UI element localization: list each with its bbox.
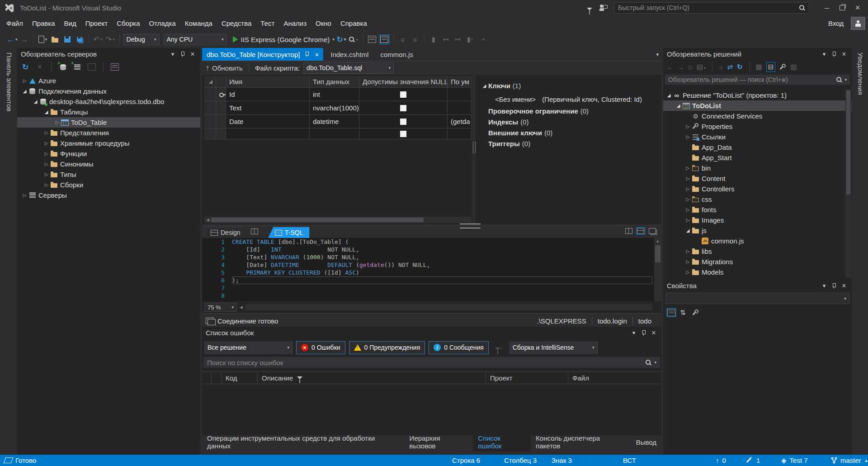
menu-item-11[interactable]: Справка [336,19,372,27]
solution-tree-item-8[interactable]: ▷Content [663,173,852,184]
server-tree-item-7[interactable]: ▷Функции [17,148,200,159]
tool-tab-0[interactable]: Операции инструментальных средств для об… [202,433,405,452]
solution-tree-item-6[interactable]: App_Start [663,152,852,163]
expanded-arrow-icon[interactable]: ◢ [32,99,39,104]
collapsed-arrow-icon[interactable]: ▷ [42,141,50,146]
context-pane-item-0[interactable]: ◢Ключи(1) [481,82,521,90]
collapsed-arrow-icon[interactable]: ▷ [42,182,50,187]
collapsed-arrow-icon[interactable]: ▷ [684,197,692,202]
expanded-arrow-icon[interactable]: ◢ [481,83,488,88]
expanded-arrow-icon[interactable]: ◢ [665,93,673,98]
grid-name-header[interactable]: Имя [226,76,310,88]
platform-combo[interactable]: Any CPU▾ [164,34,227,45]
update-button[interactable]: ↑Обновить [206,62,243,74]
solution-tree-item-13[interactable]: ◢js [663,225,852,236]
code-line-2[interactable]: 2 [Id] INT NOT NULL, [202,246,661,253]
show-all-files-icon[interactable]: ▦ [756,63,762,71]
find-in-files-icon[interactable]: ₌ [348,33,359,45]
script-file-combo[interactable]: dbo.ToDo_Table.sql▾ [303,62,394,74]
nav-back-icon[interactable]: ← [666,63,673,71]
collapsed-arrow-icon[interactable]: ▷ [684,218,692,223]
solution-tree-item-17[interactable]: ▷Models [663,267,852,277]
error-col-project[interactable]: Проект [486,372,568,384]
search-icon[interactable] [645,359,651,366]
refresh-icon[interactable]: ↻ [20,61,31,73]
window-options-icon[interactable]: ▾ [169,50,177,58]
grid-select-all-cell[interactable] [204,76,216,88]
window-options-icon[interactable]: ▾ [820,50,828,58]
redo-button[interactable]: ↷▾ [105,33,116,45]
grid-type-cell[interactable]: datetime [310,115,359,128]
context-pane-item-3[interactable]: Индексы(0) [481,118,529,126]
collapsed-arrow-icon[interactable]: ▷ [684,270,692,275]
solution-tree-item-11[interactable]: ▷fonts [663,204,852,215]
navigate-forward-button[interactable]: → [19,33,30,45]
properties-object-combo[interactable]: ▾ [665,293,849,304]
close-icon[interactable]: × [840,50,848,58]
allow-nulls-checkbox[interactable] [400,105,406,111]
grid-name-cell[interactable]: Date [226,115,310,128]
close-icon[interactable]: × [650,329,658,337]
tool-tab-2[interactable]: Список ошибок [473,433,531,452]
grid-null-cell[interactable] [359,128,448,139]
feedback-filter-icon[interactable] [587,4,593,12]
menu-item-7[interactable]: Средства [217,19,256,27]
decrease-indent-icon[interactable]: ≡ [397,33,408,45]
toolbar-overflow-icon[interactable]: ₌▾ [477,33,488,45]
solution-scrollbar[interactable] [845,90,851,278]
menu-item-0[interactable]: Файл [2,19,28,27]
toolbox-side-tab[interactable]: Панель элементов [0,48,17,455]
switch-views-icon[interactable]: ▤▾ [697,63,706,71]
code-line-6[interactable]: 6); [202,276,661,284]
collapsed-arrow-icon[interactable]: ▷ [684,186,692,191]
increase-indent-icon[interactable]: ≡ [410,33,420,45]
collapsed-arrow-icon[interactable]: ▷ [684,249,692,254]
menu-item-2[interactable]: Вид [60,19,81,27]
split-vertical-icon[interactable] [625,228,632,234]
document-list-icon[interactable]: ▾ [656,52,659,57]
grid-name-cell[interactable]: Id [226,88,310,101]
code-line-8[interactable]: 8 [202,292,661,300]
solution-tree-item-4[interactable]: ▷Ссылки [663,132,852,142]
solution-tree-item-15[interactable]: ▷libs [663,246,852,257]
collapsed-arrow-icon[interactable]: ▷ [21,78,28,83]
code-line-5[interactable]: 5 PRIMARY KEY CLUSTERED ([Id] ASC) [202,269,661,276]
grid-null-header[interactable]: Допустимы значения NULL [359,76,448,88]
pin-icon[interactable] [640,329,648,337]
expanded-arrow-icon[interactable]: ◢ [675,103,682,108]
allow-nulls-checkbox[interactable] [400,119,406,125]
collapsed-arrow-icon[interactable]: ▷ [684,166,692,171]
quick-launch-search[interactable]: Быстрый запуск (Ctrl+Q) [614,2,809,14]
undo-button[interactable]: ↶▾ [93,33,104,45]
refresh-button[interactable]: ↻▾ [336,33,347,45]
error-search-input[interactable]: Поиск по списку ошибок ▾ [203,357,660,368]
start-debug-button[interactable]: IIS Express (Google Chrome)▾ [233,33,335,45]
grid-row-header[interactable] [204,88,216,101]
server-tree-item-10[interactable]: ▷Сборки [17,180,200,190]
server-tree-item-11[interactable]: ▷Серверы [17,190,200,200]
allow-nulls-checkbox[interactable] [400,91,406,98]
toggle-designer-button[interactable] [379,34,390,44]
source-combo[interactable]: Сборка и IntelliSense▾ [509,342,598,354]
menu-item-4[interactable]: Сборка [112,19,144,27]
stop-refresh-icon[interactable]: × [34,61,45,73]
filter-icon[interactable] [297,376,302,379]
tab-design[interactable]: Design [204,227,247,238]
collapsed-arrow-icon[interactable]: ▷ [684,176,692,181]
refresh-icon[interactable]: ↻ [737,63,743,71]
pending-changes-filter-icon[interactable]: ○ [719,63,723,71]
tab-tsql[interactable]: T-SQL [268,227,310,238]
preview-selected-icon[interactable]: ▥ [790,63,797,71]
clear-bookmarks-icon[interactable]: ▮× [465,33,476,45]
window-options-icon[interactable]: ▾ [630,329,638,337]
sql-server-object-explorer-icon[interactable] [109,61,120,73]
sign-in-link[interactable]: Вход [828,19,844,27]
next-bookmark-icon[interactable]: ↦ [453,33,463,45]
horizontal-splitter-grip[interactable] [460,223,481,228]
clear-filters-icon[interactable]: × [495,344,503,352]
collapsed-arrow-icon[interactable]: ▷ [42,130,50,135]
solution-tree-item-12[interactable]: ▷Images [663,215,852,225]
grid-type-cell[interactable]: nvarchar(1000) [310,101,359,115]
tool-tab-1[interactable]: Иерархия вызовов [405,433,473,452]
collapsed-arrow-icon[interactable]: ▷ [42,151,50,156]
